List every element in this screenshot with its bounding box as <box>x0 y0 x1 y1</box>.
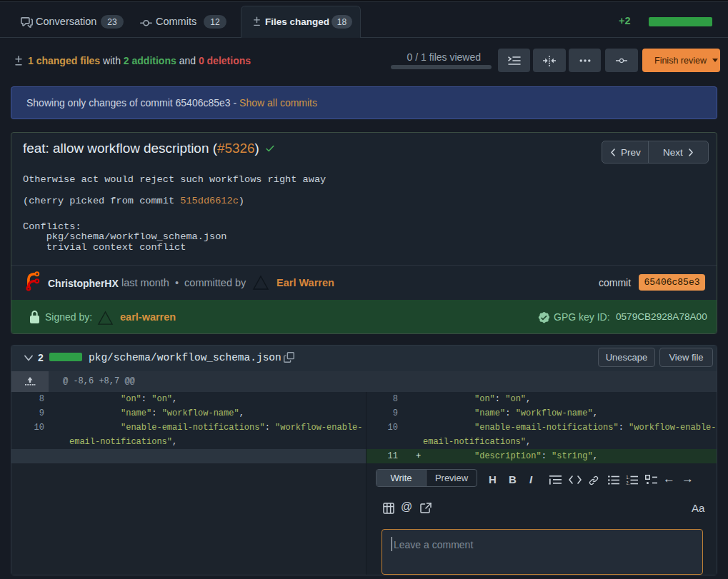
svg-text:2.: 2. <box>627 480 630 485</box>
svg-text:1.: 1. <box>627 475 630 480</box>
